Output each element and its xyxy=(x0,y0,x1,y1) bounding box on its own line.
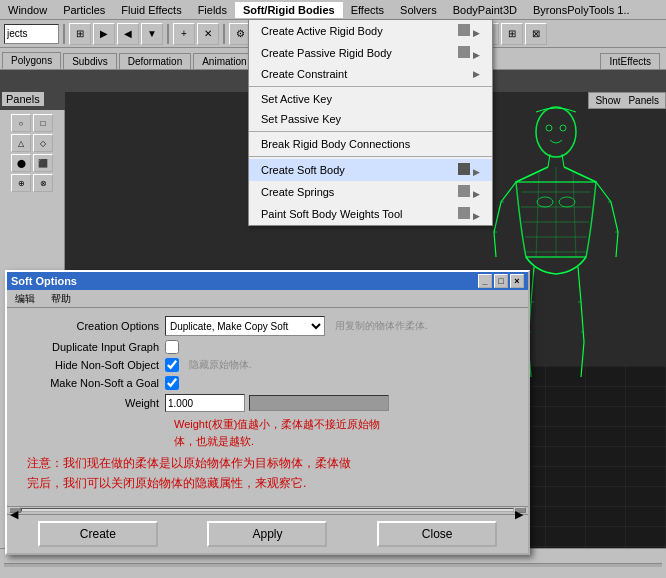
weight-input[interactable] xyxy=(165,394,245,412)
dropdown-create-soft-body[interactable]: Create Soft Body ▶ xyxy=(249,159,492,181)
close-button[interactable]: Close xyxy=(377,521,497,547)
toolbar-btn-1[interactable]: ⊞ xyxy=(69,23,91,45)
scroll-right-btn[interactable]: ▶ xyxy=(514,507,526,513)
toolbar-btn-6[interactable]: ✕ xyxy=(197,23,219,45)
toolbar-btn-19[interactable]: ⊠ xyxy=(525,23,547,45)
dropdown-sep-1 xyxy=(249,86,492,87)
creation-options-label: Creation Options xyxy=(19,320,159,332)
status-progress xyxy=(4,563,662,567)
dialog-maximize-btn[interactable]: □ xyxy=(494,274,508,288)
create-button[interactable]: Create xyxy=(38,521,158,547)
left-icon-4[interactable]: ◇ xyxy=(33,134,53,152)
dialog-close-btn[interactable]: × xyxy=(510,274,524,288)
svg-line-4 xyxy=(516,167,548,182)
toolbar-btn-2[interactable]: ▶ xyxy=(93,23,115,45)
dropdown-menu: Create Active Rigid Body ▶ Create Passiv… xyxy=(248,20,493,226)
search-input[interactable] xyxy=(4,24,59,44)
toolbar-btn-3[interactable]: ◀ xyxy=(117,23,139,45)
toolbar-btn-18[interactable]: ⊞ xyxy=(501,23,523,45)
left-icon-7[interactable]: ⊕ xyxy=(11,174,31,192)
dialog-minimize-btn[interactable]: _ xyxy=(478,274,492,288)
left-icon-2[interactable]: □ xyxy=(33,114,53,132)
duplicate-graph-row: Duplicate Input Graph xyxy=(19,340,516,354)
tab-animation[interactable]: Animation xyxy=(193,53,255,69)
left-icon-8[interactable]: ⊗ xyxy=(33,174,53,192)
dropdown-paint-soft-body[interactable]: Paint Soft Body Weights Tool ▶ xyxy=(249,203,492,225)
panels-label: Panels xyxy=(2,92,44,106)
toolbar-separator-1 xyxy=(63,24,65,44)
toolbar-separator-3 xyxy=(223,24,225,44)
dropdown-create-springs[interactable]: Create Springs ▶ xyxy=(249,181,492,203)
dropdown-sep-3 xyxy=(249,156,492,157)
menu-window[interactable]: Window xyxy=(0,2,55,18)
apply-button[interactable]: Apply xyxy=(207,521,327,547)
main-note-line2: 完后，我们可以关闭原始物体的隐藏属性，来观察它. xyxy=(27,473,508,493)
svg-point-22 xyxy=(560,125,566,131)
dialog-scrollbar[interactable]: ◀ ▶ xyxy=(7,506,528,514)
dropdown-break-rigid[interactable]: Break Rigid Body Connections xyxy=(249,134,492,154)
menu-soft-rigid[interactable]: Soft/Rigid Bodies xyxy=(235,2,343,18)
tab-subdivs[interactable]: Subdivs xyxy=(63,53,117,69)
soft-options-dialog: Soft Options _ □ × 编辑 帮助 Creation Option… xyxy=(5,270,530,555)
dialog-footer: Create Apply Close xyxy=(7,514,528,553)
dropdown-set-passive-key[interactable]: Set Passive Key xyxy=(249,109,492,129)
dropdown-create-active-rigid[interactable]: Create Active Rigid Body ▶ xyxy=(249,20,492,42)
dialog-menu-help[interactable]: 帮助 xyxy=(43,290,79,308)
main-note-line1: 注意：我们现在做的柔体是以原始物体作为目标物体，柔体做 xyxy=(27,453,508,473)
scroll-left-btn[interactable]: ◀ xyxy=(9,507,21,513)
main-note: 注意：我们现在做的柔体是以原始物体作为目标物体，柔体做 完后，我们可以关闭原始物… xyxy=(27,453,508,494)
dialog-content: Creation Options Duplicate, Make Copy So… xyxy=(7,308,528,506)
tab-polygons[interactable]: Polygons xyxy=(2,52,61,69)
toolbar-btn-4[interactable]: ▼ xyxy=(141,23,163,45)
svg-line-24 xyxy=(536,172,539,257)
show-label[interactable]: Show xyxy=(595,95,620,106)
creation-options-row: Creation Options Duplicate, Make Copy So… xyxy=(19,316,516,336)
menu-solvers[interactable]: Solvers xyxy=(392,2,445,18)
menu-bodypaint[interactable]: BodyPaint3D xyxy=(445,2,525,18)
svg-point-12 xyxy=(559,197,575,207)
weight-label: Weight xyxy=(19,397,159,409)
dialog-titlebar: Soft Options _ □ × xyxy=(7,272,528,290)
dropdown-create-constraint[interactable]: Create Constraint ▶ xyxy=(249,64,492,84)
scrollbar-track[interactable] xyxy=(21,508,514,512)
menu-particles[interactable]: Particles xyxy=(55,2,113,18)
weight-row: Weight xyxy=(19,394,516,412)
dialog-menu-edit[interactable]: 编辑 xyxy=(7,290,43,308)
svg-line-5 xyxy=(564,167,596,182)
weight-note-line2: 体，也就是越软. xyxy=(174,433,506,450)
make-goal-checkbox[interactable] xyxy=(165,376,179,390)
dialog-title: Soft Options xyxy=(11,275,77,287)
creation-options-note: 用复制的物体作柔体. xyxy=(335,319,428,333)
left-icon-5[interactable]: ⬤ xyxy=(11,154,31,172)
duplicate-graph-checkbox[interactable] xyxy=(165,340,179,354)
duplicate-graph-label: Duplicate Input Graph xyxy=(19,341,159,353)
menu-fields[interactable]: Fields xyxy=(190,2,235,18)
menu-bar: Window Particles Fluid Effects Fields So… xyxy=(0,0,666,20)
weight-note: Weight(权重)值越小，柔体越不接近原始物 体，也就是越软. xyxy=(174,416,506,449)
svg-point-11 xyxy=(537,197,553,207)
menu-byrons[interactable]: ByronsPolyTools 1.. xyxy=(525,2,638,18)
creation-options-select[interactable]: Duplicate, Make Copy Soft Duplicate, Mak… xyxy=(165,316,325,336)
menu-fluid-effects[interactable]: Fluid Effects xyxy=(113,2,189,18)
left-icon-3[interactable]: △ xyxy=(11,134,31,152)
toolbar-btn-5[interactable]: + xyxy=(173,23,195,45)
weight-slider[interactable] xyxy=(249,395,389,411)
tab-int-effects[interactable]: IntEffects xyxy=(600,53,660,69)
toolbar-separator-2 xyxy=(167,24,169,44)
left-icon-1[interactable]: ○ xyxy=(11,114,31,132)
hide-non-soft-note: 隐藏原始物体. xyxy=(189,358,252,372)
make-goal-label: Make Non-Soft a Goal xyxy=(19,377,159,389)
make-goal-row: Make Non-Soft a Goal xyxy=(19,376,516,390)
hide-non-soft-checkbox[interactable] xyxy=(165,358,179,372)
dropdown-set-active-key[interactable]: Set Active Key xyxy=(249,89,492,109)
dialog-titlebar-buttons: _ □ × xyxy=(478,274,524,288)
dropdown-create-passive-rigid[interactable]: Create Passive Rigid Body ▶ xyxy=(249,42,492,64)
left-icon-6[interactable]: ⬛ xyxy=(33,154,53,172)
tab-deformation[interactable]: Deformation xyxy=(119,53,191,69)
weight-note-line1: Weight(权重)值越小，柔体越不接近原始物 xyxy=(174,416,506,433)
svg-point-1 xyxy=(536,107,576,157)
panels-label-2[interactable]: Panels xyxy=(628,95,659,106)
svg-point-21 xyxy=(546,125,552,131)
dialog-menubar: 编辑 帮助 xyxy=(7,290,528,308)
menu-effects[interactable]: Effects xyxy=(343,2,392,18)
